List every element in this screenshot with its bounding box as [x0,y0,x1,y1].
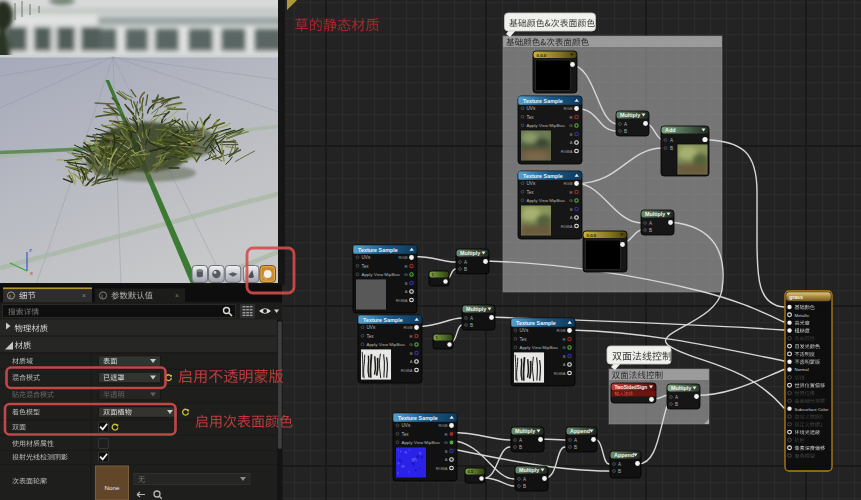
svg-text:0,0,0: 0,0,0 [587,233,597,238]
svg-text:RGB: RGB [438,423,447,428]
svg-text:RGBA: RGBA [396,298,408,303]
svg-text:0,0,0: 0,0,0 [537,53,547,58]
svg-text:B: B [405,281,408,286]
svg-text:R: R [409,334,412,339]
svg-text:Texture Sample: Texture Sample [398,415,438,421]
svg-text:RGBA: RGBA [561,149,573,154]
svg-text:G: G [404,272,407,277]
svg-text:UVs: UVs [520,328,529,333]
svg-text:B: B [464,267,467,272]
svg-text:Apply View MipBias: Apply View MipBias [520,345,559,350]
svg-text:B: B [649,228,652,233]
svg-text:grass: grass [789,294,803,300]
svg-text:R: R [404,264,407,269]
svg-text:z: z [29,247,32,253]
svg-text:B: B [675,402,678,407]
svg-text:B: B [574,445,577,450]
svg-text:RGBA: RGBA [554,371,566,376]
svg-text:A: A [445,457,448,462]
svg-text:TwoSidedSign: TwoSidedSign [615,385,648,390]
svg-text:B: B [624,129,627,134]
svg-text:R: R [569,190,572,195]
svg-text:x: x [30,270,33,276]
svg-text:Tex: Tex [527,190,535,195]
svg-text:RGB: RGB [563,106,572,111]
svg-text:×: × [82,292,86,299]
svg-text:None: None [105,484,120,491]
svg-text:Add: Add [665,127,675,133]
svg-text:R: R [569,115,572,120]
svg-text:Multiply: Multiply [671,385,691,391]
svg-text:UVs: UVs [527,106,536,111]
svg-text:B: B [523,484,526,489]
svg-text:UVs: UVs [362,255,371,260]
svg-text:R: R [444,432,447,437]
svg-text:Apply View MipBias: Apply View MipBias [367,342,406,347]
svg-text:RGBA: RGBA [561,224,573,229]
svg-text:×: × [175,292,179,299]
svg-text:B: B [445,449,448,454]
svg-text:Apply View MipBias: Apply View MipBias [527,123,566,128]
svg-text:Multiply: Multiply [460,250,480,256]
svg-text:B: B [570,132,573,137]
svg-text:Texture Sample: Texture Sample [358,247,398,253]
svg-text:Tex: Tex [527,115,535,120]
svg-text:B: B [470,323,473,328]
svg-text:Tex: Tex [402,432,410,437]
svg-text:G: G [562,345,565,350]
svg-text:A: A [405,289,408,294]
svg-text:G: G [409,342,412,347]
svg-text:UVs: UVs [402,423,411,428]
svg-text:Texture Sample: Texture Sample [523,173,563,179]
svg-text:Texture Sample: Texture Sample [363,317,403,323]
svg-text:0.5: 0.5 [468,469,474,474]
svg-text:Multiply: Multiply [645,211,665,217]
svg-text:RGB: RGB [556,328,565,333]
svg-text:RGB: RGB [403,325,412,330]
svg-text:A: A [570,215,573,220]
svg-text:G: G [569,123,572,128]
svg-text:B: B [410,351,413,356]
svg-text:B: B [563,354,566,359]
svg-text:Apply View MipBias: Apply View MipBias [527,198,566,203]
svg-text:RGB: RGB [563,181,572,186]
svg-text:R: R [562,337,565,342]
svg-text:B: B [519,445,522,450]
svg-text:RGBA: RGBA [401,368,413,373]
svg-text:Multiply: Multiply [519,467,539,473]
svg-text:B: B [618,469,621,474]
svg-text:Multiply: Multiply [466,306,486,312]
svg-text:Tex: Tex [520,337,528,342]
svg-text:Append: Append [570,428,590,434]
svg-text:Metallic: Metallic [795,313,811,318]
svg-text:RGBA: RGBA [436,466,448,471]
svg-text:Subsurface Color: Subsurface Color [795,407,829,412]
svg-text:A: A [410,359,413,364]
svg-text:UVs: UVs [367,325,376,330]
svg-text:RGB: RGB [398,255,407,260]
svg-text:Tex: Tex [362,264,370,269]
svg-text:Normal: Normal [795,367,809,372]
svg-text:G: G [444,440,447,445]
svg-text:Apply View MipBias: Apply View MipBias [402,440,441,445]
svg-text:B: B [670,146,673,151]
svg-text:Multiply: Multiply [620,112,640,118]
svg-text:Texture Sample: Texture Sample [523,98,563,104]
svg-text:Tex: Tex [367,334,375,339]
svg-text:A: A [563,362,566,367]
svg-text:UVs: UVs [527,181,536,186]
svg-text:G: G [569,198,572,203]
svg-text:Append: Append [614,452,634,458]
svg-text:A: A [570,140,573,145]
svg-text:Multiply: Multiply [515,428,535,434]
svg-text:Texture Sample: Texture Sample [516,320,556,326]
svg-text:B: B [570,207,573,212]
svg-text:Apply View MipBias: Apply View MipBias [362,272,401,277]
